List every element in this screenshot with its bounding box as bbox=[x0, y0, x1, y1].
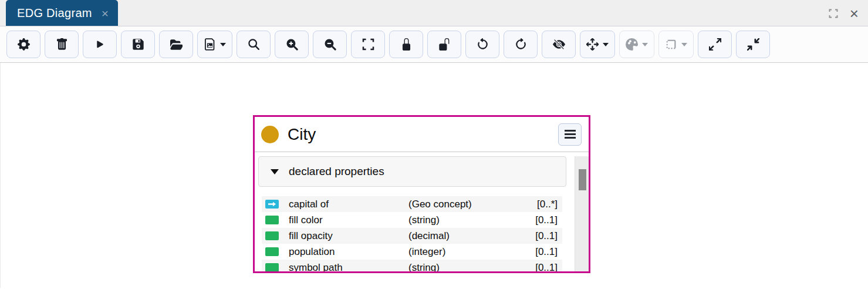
toolbar bbox=[0, 26, 868, 63]
property-row-population[interactable]: population (integer) [0..1] bbox=[262, 244, 562, 260]
image-file-icon bbox=[204, 38, 216, 51]
chevron-down-icon bbox=[642, 43, 648, 46]
palette-icon bbox=[626, 38, 638, 51]
scrollbar-thumb[interactable] bbox=[579, 169, 586, 190]
zoom-out-icon bbox=[324, 38, 336, 51]
property-name: fill opacity bbox=[289, 230, 408, 242]
play-icon bbox=[94, 38, 106, 51]
chevron-down-icon bbox=[603, 43, 609, 46]
save-button[interactable] bbox=[121, 31, 155, 58]
property-name: fill color bbox=[289, 214, 408, 226]
fullscreen-icon bbox=[362, 38, 374, 51]
property-cardinality: [0..*] bbox=[525, 199, 558, 210]
unlock-icon bbox=[438, 38, 451, 51]
window-fullscreen-icon[interactable] bbox=[829, 9, 838, 18]
section-label: declared properties bbox=[289, 165, 384, 178]
datatype-property-icon bbox=[265, 263, 279, 272]
tab-edg-diagram[interactable]: EDG Diagram × bbox=[6, 0, 118, 26]
section-declared-properties[interactable]: declared properties bbox=[258, 156, 566, 187]
property-cardinality: [0..1] bbox=[525, 214, 558, 226]
datatype-property-icon bbox=[265, 231, 279, 240]
search-button[interactable] bbox=[237, 31, 271, 58]
resize-button[interactable] bbox=[658, 31, 694, 58]
property-row-symbol-path[interactable]: symbol path (string) [0..1] bbox=[262, 260, 562, 273]
delete-button[interactable] bbox=[45, 31, 79, 58]
property-type: (string) bbox=[408, 214, 525, 226]
property-cardinality: [0..1] bbox=[525, 262, 558, 274]
property-list: capital of (Geo concept) [0..*] fill col… bbox=[262, 196, 562, 273]
collapse-arrows-icon bbox=[747, 38, 759, 51]
expand-arrows-icon bbox=[709, 38, 721, 51]
property-cardinality: [0..1] bbox=[525, 246, 558, 258]
chevron-down-icon bbox=[220, 43, 226, 46]
property-name: population bbox=[289, 246, 408, 258]
property-row-fill-opacity[interactable]: fill opacity (decimal) [0..1] bbox=[262, 228, 562, 244]
object-property-icon bbox=[265, 200, 279, 209]
folder-open-icon bbox=[170, 38, 183, 51]
node-title: City bbox=[288, 125, 558, 144]
property-row-capital-of[interactable]: capital of (Geo concept) [0..*] bbox=[262, 196, 562, 212]
property-type: (integer) bbox=[408, 246, 525, 258]
diagram-canvas[interactable]: City declared properties capital of (Geo… bbox=[0, 63, 868, 288]
property-type: (decimal) bbox=[408, 230, 525, 242]
open-button[interactable] bbox=[159, 31, 193, 58]
scrollbar[interactable] bbox=[575, 156, 589, 273]
expand-all-button[interactable] bbox=[698, 31, 732, 58]
datatype-property-icon bbox=[265, 247, 279, 256]
lock-button[interactable] bbox=[389, 31, 423, 58]
chevron-down-icon bbox=[681, 43, 687, 46]
window-controls: × bbox=[829, 0, 859, 26]
node-header: City bbox=[255, 117, 589, 152]
tab-close-icon[interactable]: × bbox=[102, 7, 109, 19]
redo-icon bbox=[515, 38, 527, 51]
move-button[interactable] bbox=[580, 31, 615, 58]
window-close-icon[interactable]: × bbox=[850, 6, 859, 21]
property-cardinality: [0..1] bbox=[525, 230, 558, 242]
hamburger-menu-icon bbox=[565, 130, 576, 132]
redo-button[interactable] bbox=[504, 31, 538, 58]
settings-button[interactable] bbox=[6, 31, 40, 58]
datatype-property-icon bbox=[265, 216, 279, 224]
tab-label: EDG Diagram bbox=[17, 6, 92, 20]
trash-icon bbox=[56, 38, 68, 51]
border-style-icon bbox=[665, 38, 677, 51]
collapse-all-button[interactable] bbox=[736, 31, 770, 58]
property-name: symbol path bbox=[289, 262, 408, 274]
zoom-out-button[interactable] bbox=[313, 31, 347, 58]
property-row-fill-color[interactable]: fill color (string) [0..1] bbox=[262, 212, 562, 228]
undo-button[interactable] bbox=[465, 31, 499, 58]
zoom-in-button[interactable] bbox=[275, 31, 309, 58]
save-icon bbox=[132, 38, 144, 51]
lock-icon bbox=[400, 38, 413, 51]
property-type: (Geo concept) bbox=[408, 199, 525, 210]
style-palette-button[interactable] bbox=[619, 31, 654, 58]
node-body: declared properties capital of (Geo conc… bbox=[255, 156, 589, 273]
node-menu-button[interactable] bbox=[558, 123, 582, 146]
search-icon bbox=[248, 38, 260, 51]
unlock-button[interactable] bbox=[427, 31, 461, 58]
move-arrows-icon bbox=[586, 38, 599, 51]
zoom-in-icon bbox=[286, 38, 298, 51]
run-button[interactable] bbox=[83, 31, 117, 58]
undo-icon bbox=[477, 38, 489, 51]
gear-icon bbox=[18, 38, 30, 51]
hide-button[interactable] bbox=[542, 31, 576, 58]
triangle-down-icon bbox=[271, 169, 279, 174]
tab-bar: EDG Diagram × × bbox=[0, 0, 868, 26]
class-circle-icon bbox=[261, 126, 279, 143]
property-type: (string) bbox=[408, 262, 525, 274]
fit-view-button[interactable] bbox=[351, 31, 385, 58]
node-card-city[interactable]: City declared properties capital of (Geo… bbox=[253, 115, 590, 273]
property-name: capital of bbox=[289, 199, 408, 210]
export-image-button[interactable] bbox=[197, 31, 232, 58]
eye-slash-icon bbox=[553, 38, 565, 51]
